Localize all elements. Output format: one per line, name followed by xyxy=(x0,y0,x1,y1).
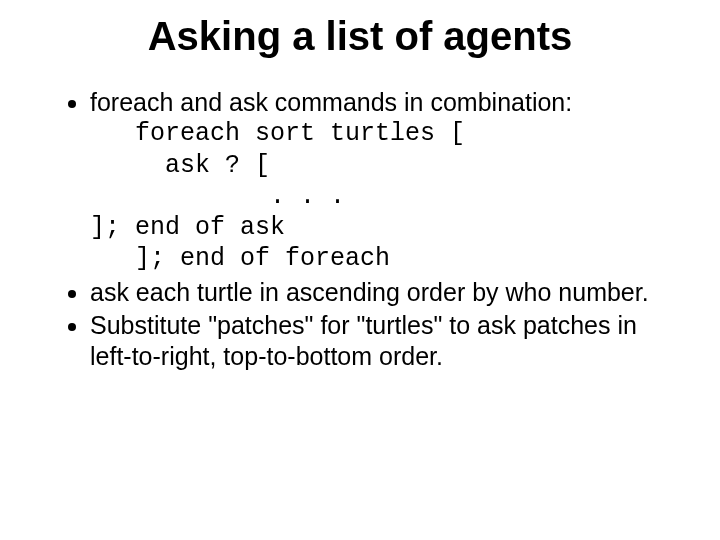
slide-title: Asking a list of agents xyxy=(60,14,660,59)
code-line: ask ? [ xyxy=(90,150,660,181)
bullet-item: foreach and ask commands in combination:… xyxy=(90,87,660,275)
bullet-text: ask each turtle in ascending order by wh… xyxy=(90,278,649,306)
bullet-list: foreach and ask commands in combination:… xyxy=(60,87,660,372)
code-line: ]; end of foreach xyxy=(90,243,660,274)
bullet-text: foreach and ask commands in combination: xyxy=(90,88,572,116)
bullet-text: Substitute "patches" for "turtles" to as… xyxy=(90,311,637,370)
bullet-item: Substitute "patches" for "turtles" to as… xyxy=(90,310,660,373)
slide: Asking a list of agents foreach and ask … xyxy=(0,0,720,540)
code-line: ]; end of ask xyxy=(90,212,660,243)
code-line: foreach sort turtles [ xyxy=(90,118,660,149)
code-line: . . . xyxy=(90,181,660,212)
bullet-item: ask each turtle in ascending order by wh… xyxy=(90,277,660,308)
